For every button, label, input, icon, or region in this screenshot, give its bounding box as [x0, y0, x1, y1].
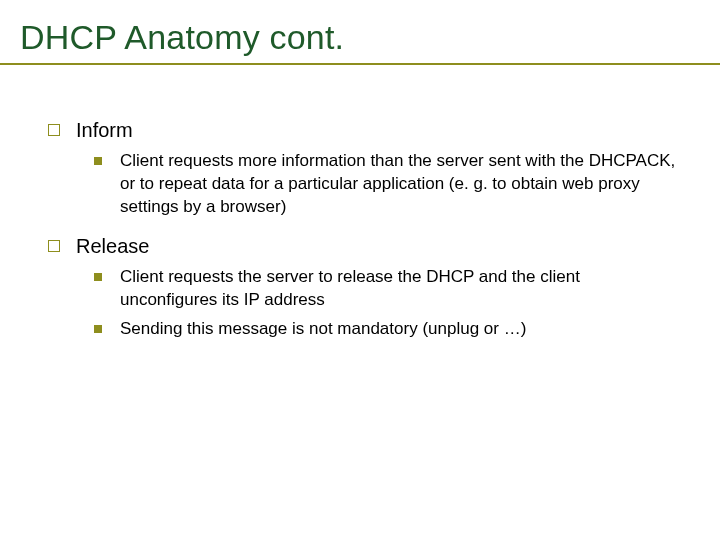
filled-square-icon	[94, 273, 102, 281]
slide: DHCP Anatomy cont. Inform Client request…	[0, 0, 720, 540]
list-item: Client requests the server to release th…	[94, 266, 680, 312]
title-area: DHCP Anatomy cont.	[0, 0, 720, 65]
section-label: Release	[76, 233, 149, 260]
section-label: Inform	[76, 117, 133, 144]
bullet-text: Sending this message is not mandatory (u…	[120, 318, 526, 341]
hollow-square-icon	[48, 240, 60, 252]
filled-square-icon	[94, 325, 102, 333]
list-item: Inform	[48, 117, 680, 144]
list-item: Client requests more information than th…	[94, 150, 680, 219]
hollow-square-icon	[48, 124, 60, 136]
slide-body: Inform Client requests more information …	[0, 65, 720, 341]
filled-square-icon	[94, 157, 102, 165]
list-item: Release	[48, 233, 680, 260]
bullet-text: Client requests more information than th…	[120, 150, 680, 219]
slide-title: DHCP Anatomy cont.	[20, 18, 700, 57]
bullet-text: Client requests the server to release th…	[120, 266, 680, 312]
list-item: Sending this message is not mandatory (u…	[94, 318, 680, 341]
